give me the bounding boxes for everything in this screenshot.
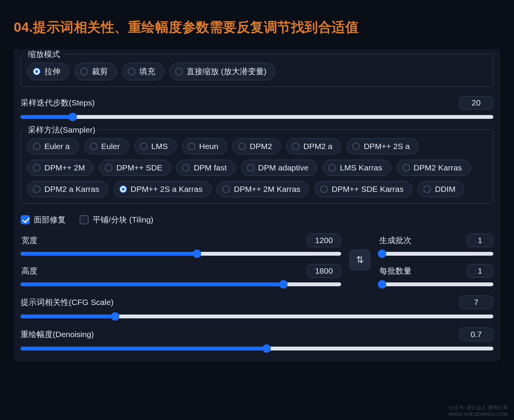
batch-size-label: 每批数量 bbox=[379, 266, 412, 276]
denoise-slider[interactable] bbox=[21, 347, 493, 350]
sampler-option[interactable]: Euler a bbox=[27, 138, 79, 154]
height-slider[interactable] bbox=[21, 282, 341, 286]
cfg-label: 提示词相关性(CFG Scale) bbox=[21, 297, 114, 308]
sampler-option[interactable]: DPM2 Karras bbox=[397, 160, 471, 176]
sampler-legend: 采样方法(Sampler) bbox=[26, 125, 98, 135]
resize-option-label: 裁剪 bbox=[92, 66, 108, 77]
radio-icon bbox=[33, 68, 41, 75]
sampler-option-label: Euler bbox=[101, 142, 120, 151]
batch-count-number[interactable]: 1 bbox=[467, 234, 493, 247]
radio-icon bbox=[329, 164, 336, 172]
sampler-option[interactable]: DPM++ 2S a bbox=[346, 138, 418, 154]
sampler-option-label: DPM2 bbox=[250, 142, 272, 151]
cfg-number[interactable]: 7 bbox=[459, 295, 493, 309]
radio-icon bbox=[238, 143, 246, 150]
sampler-option-label: DPM fast bbox=[194, 163, 226, 172]
watermark-line2: WWW.SHEJIDAREN.COM bbox=[448, 411, 508, 418]
steps-block: 采样迭代步数(Steps) 20 bbox=[21, 96, 493, 119]
sampler-option-label: DPM++ 2S a bbox=[364, 142, 410, 151]
swap-wh-button[interactable]: ⇅ bbox=[350, 250, 370, 270]
sampler-option[interactable]: DPM++ SDE bbox=[99, 160, 171, 176]
sampler-option[interactable]: DPM2 a Karras bbox=[27, 181, 108, 197]
height-number[interactable]: 1800 bbox=[307, 264, 341, 278]
sampler-option[interactable]: DPM fast bbox=[176, 160, 235, 176]
radio-icon bbox=[182, 164, 190, 172]
face-restore-label: 面部修复 bbox=[34, 214, 66, 225]
sampler-option-label: DPM++ 2S a Karras bbox=[131, 185, 203, 194]
radio-icon bbox=[128, 68, 135, 75]
cfg-slider[interactable] bbox=[21, 315, 493, 318]
sampler-option[interactable]: LMS bbox=[134, 138, 177, 154]
sampler-option[interactable]: Heun bbox=[182, 138, 227, 154]
resize-group: 缩放模式 拉伸裁剪填充直接缩放 (放大潜变量) bbox=[21, 54, 493, 87]
steps-number[interactable]: 20 bbox=[459, 96, 493, 110]
tiling-label: 平铺/分块 (Tiling) bbox=[93, 214, 153, 225]
resize-legend: 缩放模式 bbox=[26, 49, 62, 60]
tiling-checkbox[interactable]: 平铺/分块 (Tiling) bbox=[80, 214, 153, 225]
width-slider[interactable] bbox=[21, 252, 341, 256]
denoise-label: 重绘幅度(Denoising) bbox=[21, 329, 94, 340]
sampler-option-label: DDIM bbox=[435, 185, 455, 194]
radio-icon bbox=[105, 164, 112, 172]
radio-icon bbox=[33, 164, 41, 172]
settings-panel: 缩放模式 拉伸裁剪填充直接缩放 (放大潜变量) 采样迭代步数(Steps) 20… bbox=[14, 49, 500, 361]
sampler-option[interactable]: DPM++ 2S a Karras bbox=[114, 181, 211, 197]
resize-option[interactable]: 裁剪 bbox=[75, 63, 117, 80]
resize-option[interactable]: 拉伸 bbox=[27, 63, 69, 80]
face-restore-checkbox[interactable]: 面部修复 bbox=[21, 214, 66, 225]
cfg-block: 提示词相关性(CFG Scale) 7 bbox=[21, 295, 493, 318]
sampler-option-label: DPM++ 2M Karras bbox=[234, 185, 300, 194]
sampler-group: 采样方法(Sampler) Euler aEulerLMSHeunDPM2DPM… bbox=[21, 130, 493, 204]
sampler-option[interactable]: DPM++ 2M bbox=[27, 160, 94, 176]
resize-option-label: 拉伸 bbox=[44, 66, 60, 77]
watermark: 公众号: 设计达人 整理分享 WWW.SHEJIDAREN.COM bbox=[448, 405, 508, 418]
checkbox-icon bbox=[21, 215, 30, 224]
resize-option[interactable]: 填充 bbox=[122, 63, 164, 80]
sampler-option-label: DPM2 a bbox=[303, 142, 332, 151]
sampler-option-label: DPM2 a Karras bbox=[44, 185, 99, 194]
sampler-option[interactable]: DPM adaptive bbox=[241, 160, 317, 176]
width-number[interactable]: 1200 bbox=[307, 234, 341, 247]
sampler-option[interactable]: DPM2 bbox=[233, 138, 281, 154]
sampler-option[interactable]: DPM++ 2M Karras bbox=[216, 181, 309, 197]
resize-option-label: 直接缩放 (放大潜变量) bbox=[187, 66, 267, 77]
radio-icon bbox=[175, 68, 183, 75]
sampler-option-label: DPM++ SDE Karras bbox=[332, 185, 403, 194]
batch-count-label: 生成批次 bbox=[379, 235, 412, 246]
radio-icon bbox=[320, 185, 328, 193]
steps-slider[interactable] bbox=[21, 115, 493, 119]
sampler-option[interactable]: Euler bbox=[84, 138, 129, 154]
batch-size-number[interactable]: 1 bbox=[467, 264, 493, 278]
denoise-block: 重绘幅度(Denoising) 0.7 bbox=[21, 328, 493, 350]
swap-icon: ⇅ bbox=[356, 255, 364, 265]
sampler-option-label: Heun bbox=[199, 142, 218, 151]
batch-size-slider[interactable] bbox=[379, 282, 493, 286]
radio-icon bbox=[80, 68, 88, 75]
radio-icon bbox=[423, 185, 431, 193]
sampler-option-label: DPM++ 2M bbox=[44, 163, 85, 172]
sampler-option-label: DPM adaptive bbox=[258, 163, 309, 172]
steps-label: 采样迭代步数(Steps) bbox=[21, 97, 95, 108]
height-label: 高度 bbox=[21, 266, 37, 276]
resize-option-label: 填充 bbox=[139, 66, 155, 77]
watermark-line1: 公众号: 设计达人 整理分享 bbox=[448, 405, 508, 411]
radio-icon bbox=[90, 143, 98, 150]
batch-count-slider[interactable] bbox=[379, 252, 493, 256]
sampler-option-label: DPM++ SDE bbox=[116, 163, 162, 172]
checkbox-icon bbox=[80, 215, 89, 224]
sampler-option[interactable]: DDIM bbox=[418, 181, 464, 197]
sampler-option-label: DPM2 Karras bbox=[414, 163, 462, 172]
radio-icon bbox=[402, 164, 410, 172]
radio-icon bbox=[119, 185, 127, 193]
sampler-option[interactable]: LMS Karras bbox=[323, 160, 391, 176]
denoise-number[interactable]: 0.7 bbox=[459, 328, 493, 341]
page-title: 04.提示词相关性、重绘幅度参数需要反复调节找到合适值 bbox=[14, 18, 500, 36]
radio-icon bbox=[140, 143, 148, 150]
sampler-option[interactable]: DPM2 a bbox=[286, 138, 341, 154]
width-label: 宽度 bbox=[21, 235, 37, 246]
sampler-option-label: LMS bbox=[151, 142, 168, 151]
radio-icon bbox=[188, 143, 195, 150]
resize-option[interactable]: 直接缩放 (放大潜变量) bbox=[169, 63, 275, 80]
radio-icon bbox=[33, 185, 41, 193]
sampler-option[interactable]: DPM++ SDE Karras bbox=[314, 181, 412, 197]
